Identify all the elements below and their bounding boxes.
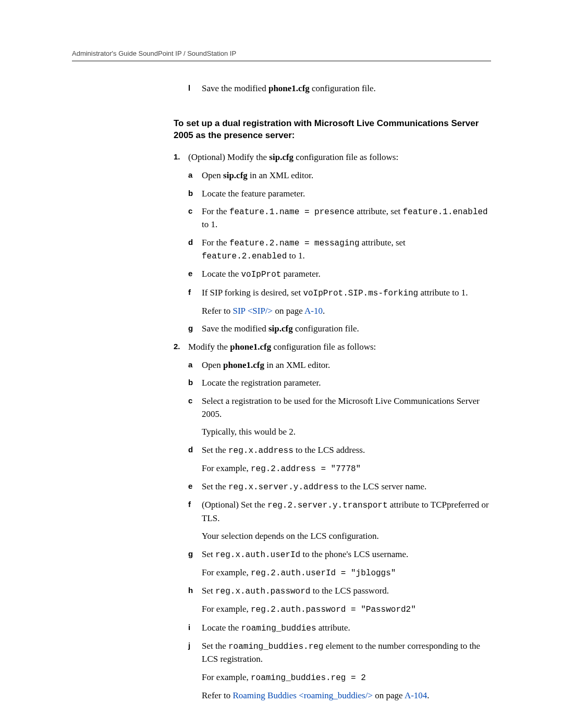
substep-marker: b	[188, 377, 202, 388]
substep-body: Open phone1.cfg in an XML editor.	[202, 359, 491, 372]
substep-extra: Refer to Roaming Buddies <roaming_buddie…	[188, 689, 491, 702]
intro-substep: l Save the modified phone1.cfg configura…	[188, 82, 491, 95]
substep-body: Save the modified sip.cfg configuration …	[202, 323, 491, 336]
step-1-substeps: aOpen sip.cfg in an XML editor. bLocate …	[174, 169, 491, 336]
substep-body: Save the modified phone1.cfg configurati…	[202, 82, 491, 95]
substep-marker: f	[188, 499, 202, 510]
substep-marker: c	[188, 395, 202, 406]
substep-body: Select a registration to be used for the…	[202, 395, 491, 421]
step-2: 2. Modify the phone1.cfg configuration f…	[174, 341, 491, 354]
substep-extra: Typically, this would be 2.	[188, 426, 491, 439]
substep-body: Locate the feature parameter.	[202, 188, 491, 201]
page-content: l Save the modified phone1.cfg configura…	[72, 82, 491, 702]
substep-marker: l	[188, 82, 202, 94]
substep-marker: c	[188, 205, 202, 217]
substep-body: If SIP forking is desired, set voIpProt.…	[202, 287, 491, 300]
substep-marker: i	[188, 622, 202, 633]
step-body: Modify the phone1.cfg configuration file…	[188, 341, 491, 354]
substep-extra: Refer to SIP <SIP/> on page A-10.	[188, 305, 491, 318]
substep-body: Locate the roaming_buddies attribute.	[202, 622, 491, 635]
intro-substep-container: l Save the modified phone1.cfg configura…	[174, 82, 491, 95]
step-2-substeps: aOpen phone1.cfg in an XML editor. bLoca…	[174, 359, 491, 702]
substep-marker: g	[188, 548, 202, 560]
substep-body: Locate the registration parameter.	[202, 377, 491, 390]
substep-marker: g	[188, 323, 202, 334]
substep-marker: d	[188, 237, 202, 248]
header-rule	[72, 60, 491, 61]
substep-extra: For example, reg.2.auth.userId = "jblogg…	[188, 566, 491, 579]
substep-extra: For example, roaming_buddies.reg = 2	[188, 671, 491, 684]
step-marker: 2.	[174, 341, 188, 352]
substep-marker: b	[188, 188, 202, 199]
section-heading: To set up a dual registration with Micro…	[174, 117, 491, 142]
substep-body: Set the roaming_buddies.reg element to t…	[202, 640, 491, 666]
running-header: Administrator's Guide SoundPoint IP / So…	[72, 50, 491, 57]
step-1: 1. (Optional) Modify the sip.cfg configu…	[174, 151, 491, 164]
substep-extra: Your selection depends on the LCS config…	[188, 530, 491, 543]
substep-marker: e	[188, 268, 202, 279]
substep-marker: a	[188, 169, 202, 181]
substep-marker: j	[188, 640, 202, 651]
substep-extra: For example, reg.2.auth.password = "Pass…	[188, 603, 491, 616]
substep-body: Set reg.x.auth.password to the LCS passw…	[202, 585, 491, 598]
substep-body: For the feature.1.name = presence attrib…	[202, 205, 491, 231]
substep-marker: h	[188, 585, 202, 596]
substep-extra: For example, reg.2.address = "7778"	[188, 462, 491, 475]
substep-body: Set the reg.x.address to the LCS address…	[202, 444, 491, 457]
substep-body: (Optional) Set the reg.2.server.y.transp…	[202, 499, 491, 525]
substep-body: Set reg.x.auth.userId to the phone's LCS…	[202, 548, 491, 561]
step-marker: 1.	[174, 151, 188, 163]
substep-body: For the feature.2.name = messaging attri…	[202, 237, 491, 263]
substep-marker: e	[188, 480, 202, 492]
substep-body: Open sip.cfg in an XML editor.	[202, 169, 491, 182]
substep-body: Set the reg.x.server.y.address to the LC…	[202, 480, 491, 493]
document-page: Administrator's Guide SoundPoint IP / So…	[0, 0, 563, 728]
step-body: (Optional) Modify the sip.cfg configurat…	[188, 151, 491, 164]
substep-marker: d	[188, 444, 202, 455]
substep-marker: f	[188, 287, 202, 298]
substep-marker: a	[188, 359, 202, 371]
substep-body: Locate the voIpProt parameter.	[202, 268, 491, 281]
